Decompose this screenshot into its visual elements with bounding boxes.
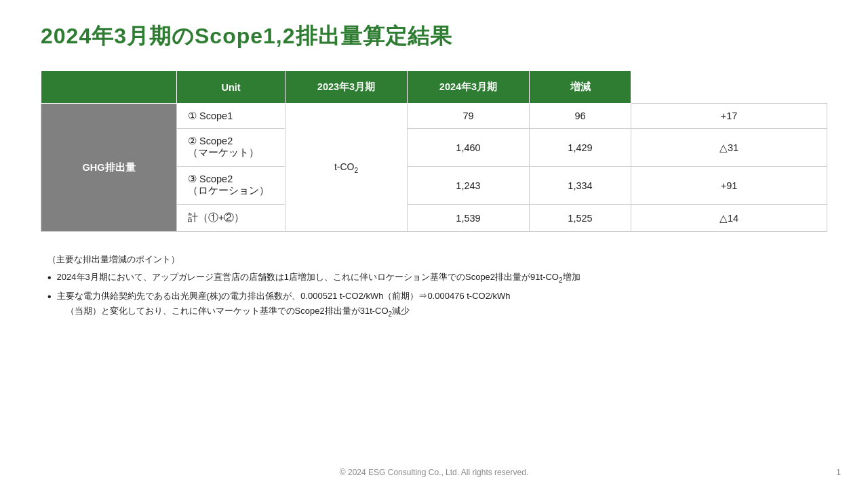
bullet-icon: •	[47, 270, 52, 286]
val2024-scope2m: 1,429	[530, 129, 631, 167]
delta-scope1: +17	[631, 104, 827, 129]
val2023-scope2l: 1,243	[408, 167, 530, 205]
bullet-icon-2: •	[47, 289, 52, 305]
delta-scope2m: △31	[631, 129, 827, 167]
header-2023: 2023年3月期	[285, 71, 408, 104]
unit-cell: t-CO2	[285, 104, 408, 232]
header-category	[41, 71, 177, 104]
notes-text-2: 主要な電力供給契約先である出光興産(株)の電力排出係数が、0.000521 t-…	[57, 289, 511, 320]
delta-scope2l: +91	[631, 167, 827, 205]
val2024-scope1: 96	[530, 104, 631, 129]
page-number: 1	[836, 468, 841, 477]
val2023-scope1: 79	[408, 104, 530, 129]
row-label-scope2l: ③ Scope2（ロケーション）	[177, 167, 285, 205]
row-label-scope1: ① Scope1	[177, 104, 285, 129]
val2024-scope2l: 1,334	[530, 167, 631, 205]
notes-item-1: • 2024年3月期において、アップガレージ直営店の店舗数は1店増加し、これに伴…	[47, 270, 827, 286]
notes-text-1: 2024年3月期において、アップガレージ直営店の店舗数は1店増加し、これに伴いロ…	[57, 270, 580, 286]
header-unit: Unit	[177, 71, 285, 104]
table-wrapper: Unit 2023年3月期 2024年3月期 増減 GHG排出量 ① Scope…	[41, 70, 827, 232]
val2023-total: 1,539	[408, 205, 530, 232]
delta-total: △14	[631, 205, 827, 232]
notes-title: （主要な排出量増減のポイント）	[47, 252, 827, 267]
category-cell: GHG排出量	[41, 104, 177, 232]
page-container: 2024年3月期のScope1,2排出量算定結果 Unit 2023年3月期 2…	[0, 0, 868, 488]
page-title: 2024年3月期のScope1,2排出量算定結果	[41, 22, 827, 52]
notes-section: （主要な排出量増減のポイント） • 2024年3月期において、アップガレージ直営…	[41, 252, 827, 323]
header-2024: 2024年3月期	[408, 71, 530, 104]
footer-text: © 2024 ESG Consulting Co., Ltd. All righ…	[0, 468, 868, 477]
header-delta: 増減	[530, 71, 631, 104]
table-row: GHG排出量 ① Scope1 t-CO2 79 96 +17	[41, 104, 827, 129]
data-table: Unit 2023年3月期 2024年3月期 増減 GHG排出量 ① Scope…	[41, 70, 827, 232]
row-label-scope2m: ② Scope2（マーケット）	[177, 129, 285, 167]
val2023-scope2m: 1,460	[408, 129, 530, 167]
val2024-total: 1,525	[530, 205, 631, 232]
row-label-total: 計（①+②）	[177, 205, 285, 232]
notes-item-2: • 主要な電力供給契約先である出光興産(株)の電力排出係数が、0.000521 …	[47, 289, 827, 320]
